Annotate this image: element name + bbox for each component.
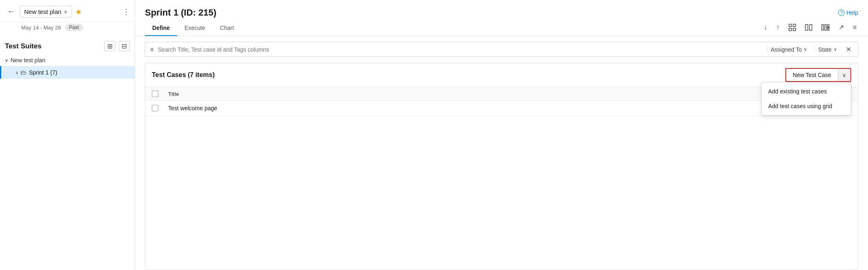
tree-child-chevron-icon: › [16,69,18,76]
svg-rect-6 [822,25,823,30]
new-test-case-dropdown-chevron-icon: ∨ [842,72,846,78]
past-badge: Past [65,24,83,31]
tree-root-label: New test plan [11,57,45,64]
plan-chevron-icon: ∨ [64,9,68,15]
search-input[interactable] [158,46,763,53]
sidebar-header: ← New test plan ∨ ★ ⋮ [0,0,135,22]
assigned-to-label: Assigned To [771,46,802,53]
test-cases-header: Test Cases (7 items) New Test Case ∨ Add… [145,63,858,87]
table-header: Title Order Test [145,87,858,101]
page-title: Sprint 1 (ID: 215) [145,7,216,18]
tree-root-item[interactable]: ∨ New test plan [0,54,135,66]
main-content: Sprint 1 (ID: 215) ? Help Define Execute… [135,0,868,270]
state-chevron-icon: ∨ [834,47,837,52]
header-checkbox-cell [152,91,165,97]
upload-icon[interactable]: ↑ [775,22,781,33]
grid-icon[interactable] [787,22,798,33]
more-options-button[interactable]: ⋮ [122,7,130,16]
help-label: Help [846,9,858,16]
svg-rect-3 [793,28,796,31]
state-label: State [818,46,832,53]
new-test-case-button[interactable]: New Test Case [785,68,838,82]
svg-rect-5 [809,25,812,30]
filter-columns-icon[interactable] [820,22,831,33]
svg-rect-2 [789,28,791,31]
add-existing-test-cases-item[interactable]: Add existing test cases [762,84,851,99]
filter-lines-icon: ≡ [150,46,154,53]
plan-selector-button[interactable]: New test plan ∨ [20,6,72,18]
date-range-label: May 14 - May 28 [21,25,61,31]
add-suite-button[interactable]: ⊞ [104,41,115,51]
svg-rect-7 [825,25,826,30]
search-bar: ≡ Assigned To ∨ State ∨ ✕ [145,42,858,57]
header-title-cell: Title [165,91,786,97]
search-close-button[interactable]: ✕ [844,45,853,53]
test-cases-section: Test Cases (7 items) New Test Case ∨ Add… [145,63,858,270]
tab-chart[interactable]: Chart [212,20,241,36]
select-all-checkbox[interactable] [152,91,158,97]
assigned-to-dropdown[interactable]: Assigned To ∨ [767,46,810,53]
svg-rect-0 [789,24,791,27]
back-button[interactable]: ← [5,7,17,17]
favorite-button[interactable]: ★ [75,7,82,16]
test-suites-title: Test Suites [5,42,41,50]
row-title-cell: Test welcome page [165,105,786,111]
tab-define[interactable]: Define [145,20,177,36]
svg-rect-4 [805,25,808,30]
main-header: Sprint 1 (ID: 215) ? Help [135,0,868,18]
date-row: May 14 - May 28 Past [0,22,135,35]
new-test-case-group: New Test Case ∨ Add existing test cases … [785,68,851,82]
filter-icon-toolbar[interactable]: ≡ [851,22,858,33]
remove-suite-button[interactable]: ⊟ [119,41,130,51]
row-checkbox-cell [152,105,165,111]
help-button[interactable]: ? Help [838,9,858,16]
tabs-bar: Define Execute Chart ↓ ↑ [135,20,868,36]
assigned-to-chevron-icon: ∨ [804,47,807,52]
download-icon[interactable]: ↓ [762,22,769,33]
sidebar: ← New test plan ∨ ★ ⋮ May 14 - May 28 Pa… [0,0,135,270]
test-cases-title: Test Cases (7 items) [152,71,215,79]
suite-actions: ⊞ ⊟ [104,41,130,51]
test-suites-header: Test Suites ⊞ ⊟ [0,35,135,54]
plan-name-label: New test plan [24,8,61,15]
new-test-case-dropdown-button[interactable]: ∨ [838,68,851,82]
expand-icon[interactable]: ↗ [837,22,845,33]
tree-child-label: Sprint 1 (7) [29,69,57,76]
table-row: Test welcome page 3 127 igr [145,101,858,116]
svg-rect-1 [793,24,796,27]
test-case-dropdown-menu: Add existing test cases Add test cases u… [761,82,851,116]
tab-execute[interactable]: Execute [177,20,213,36]
tabs-right-toolbar: ↓ ↑ [762,22,858,34]
folder-icon: 🗁 [20,69,27,76]
state-dropdown[interactable]: State ∨ [814,46,840,53]
add-test-cases-using-grid-item[interactable]: Add test cases using grid [762,99,851,113]
columns-icon[interactable] [803,22,814,33]
help-circle-icon: ? [838,9,845,16]
tabs-left: Define Execute Chart [145,20,762,36]
tree-root-chevron-icon: ∨ [5,58,8,63]
row-checkbox[interactable] [152,105,158,111]
tree-child-item[interactable]: › 🗁 Sprint 1 (7) [0,66,135,79]
